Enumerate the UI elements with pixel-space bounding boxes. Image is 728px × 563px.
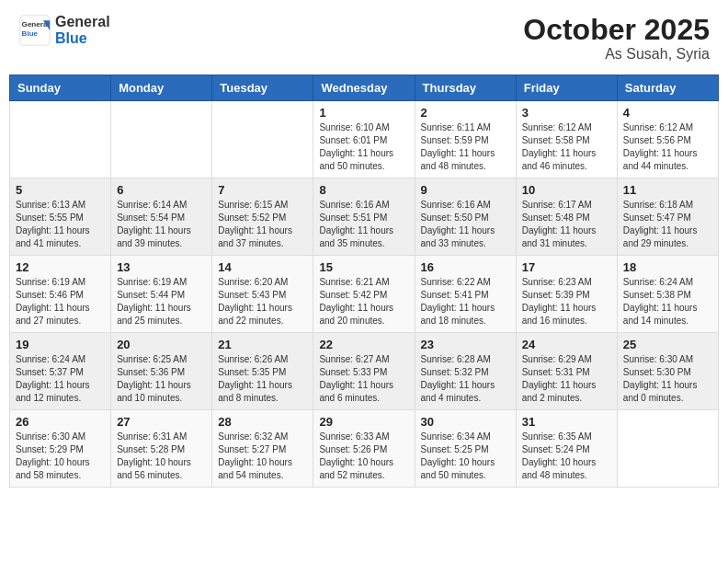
day-number: 7	[218, 183, 307, 197]
column-header-thursday: Thursday	[415, 75, 516, 101]
calendar-header-row: SundayMondayTuesdayWednesdayThursdayFrid…	[10, 75, 719, 101]
calendar-day-cell: 13Sunrise: 6:19 AM Sunset: 5:44 PM Dayli…	[111, 256, 212, 333]
day-info: Sunrise: 6:23 AM Sunset: 5:39 PM Dayligh…	[522, 276, 611, 327]
day-number: 6	[117, 183, 206, 197]
day-number: 22	[319, 338, 408, 351]
day-number: 28	[218, 415, 307, 429]
day-number: 16	[421, 260, 510, 274]
calendar-day-cell: 16Sunrise: 6:22 AM Sunset: 5:41 PM Dayli…	[415, 256, 516, 333]
day-info: Sunrise: 6:25 AM Sunset: 5:36 PM Dayligh…	[117, 353, 206, 405]
calendar-day-cell: 2Sunrise: 6:11 AM Sunset: 5:59 PM Daylig…	[415, 101, 516, 178]
day-number: 23	[421, 338, 510, 351]
calendar-day-cell: 10Sunrise: 6:17 AM Sunset: 5:48 PM Dayli…	[516, 178, 617, 256]
calendar-day-cell: 26Sunrise: 6:30 AM Sunset: 5:29 PM Dayli…	[10, 410, 111, 488]
calendar-day-cell: 24Sunrise: 6:29 AM Sunset: 5:31 PM Dayli…	[516, 333, 617, 410]
calendar-day-cell: 25Sunrise: 6:30 AM Sunset: 5:30 PM Dayli…	[617, 333, 718, 410]
day-number: 31	[522, 415, 611, 429]
calendar-day-cell: 9Sunrise: 6:16 AM Sunset: 5:50 PM Daylig…	[415, 178, 516, 256]
day-number: 18	[623, 260, 712, 274]
calendar-day-cell: 31Sunrise: 6:35 AM Sunset: 5:24 PM Dayli…	[516, 410, 617, 488]
day-number: 4	[623, 106, 712, 120]
day-info: Sunrise: 6:14 AM Sunset: 5:54 PM Dayligh…	[117, 199, 206, 250]
calendar-day-cell: 27Sunrise: 6:31 AM Sunset: 5:28 PM Dayli…	[111, 410, 212, 488]
calendar-week-row: 26Sunrise: 6:30 AM Sunset: 5:29 PM Dayli…	[10, 410, 719, 488]
calendar-day-cell: 22Sunrise: 6:27 AM Sunset: 5:33 PM Dayli…	[313, 333, 415, 410]
day-info: Sunrise: 6:16 AM Sunset: 5:51 PM Dayligh…	[319, 199, 408, 250]
day-info: Sunrise: 6:13 AM Sunset: 5:55 PM Dayligh…	[16, 199, 105, 250]
month-title: October 2025	[523, 14, 710, 46]
day-number: 27	[117, 415, 206, 429]
day-info: Sunrise: 6:12 AM Sunset: 5:56 PM Dayligh…	[623, 121, 712, 173]
calendar-day-cell: 6Sunrise: 6:14 AM Sunset: 5:54 PM Daylig…	[111, 178, 212, 256]
column-header-saturday: Saturday	[617, 75, 718, 101]
day-info: Sunrise: 6:11 AM Sunset: 5:59 PM Dayligh…	[421, 121, 510, 173]
column-header-friday: Friday	[516, 75, 617, 101]
day-number: 1	[319, 106, 408, 120]
day-number: 21	[218, 338, 307, 351]
calendar-day-cell: 20Sunrise: 6:25 AM Sunset: 5:36 PM Dayli…	[111, 333, 212, 410]
calendar-day-cell: 19Sunrise: 6:24 AM Sunset: 5:37 PM Dayli…	[10, 333, 111, 410]
calendar-day-cell: 17Sunrise: 6:23 AM Sunset: 5:39 PM Dayli…	[516, 256, 617, 333]
calendar-day-cell: 7Sunrise: 6:15 AM Sunset: 5:52 PM Daylig…	[212, 178, 313, 256]
day-info: Sunrise: 6:16 AM Sunset: 5:50 PM Dayligh…	[421, 199, 510, 250]
calendar-day-cell	[617, 410, 718, 488]
svg-text:Blue: Blue	[22, 29, 39, 38]
calendar-day-cell: 5Sunrise: 6:13 AM Sunset: 5:55 PM Daylig…	[10, 178, 111, 256]
logo: General Blue General Blue	[18, 14, 110, 47]
calendar-day-cell	[111, 101, 212, 178]
day-info: Sunrise: 6:22 AM Sunset: 5:41 PM Dayligh…	[421, 276, 510, 327]
location: As Susah, Syria	[523, 46, 710, 63]
day-info: Sunrise: 6:10 AM Sunset: 6:01 PM Dayligh…	[319, 121, 408, 173]
calendar-day-cell: 30Sunrise: 6:34 AM Sunset: 5:25 PM Dayli…	[415, 410, 516, 488]
day-info: Sunrise: 6:21 AM Sunset: 5:42 PM Dayligh…	[319, 276, 408, 327]
calendar-table: SundayMondayTuesdayWednesdayThursdayFrid…	[9, 75, 719, 488]
title-block: October 2025 As Susah, Syria	[523, 14, 710, 63]
calendar-day-cell: 28Sunrise: 6:32 AM Sunset: 5:27 PM Dayli…	[212, 410, 313, 488]
day-info: Sunrise: 6:17 AM Sunset: 5:48 PM Dayligh…	[522, 199, 611, 250]
day-number: 12	[16, 260, 105, 274]
day-number: 17	[522, 260, 611, 274]
column-header-sunday: Sunday	[10, 75, 111, 101]
day-info: Sunrise: 6:30 AM Sunset: 5:30 PM Dayligh…	[623, 353, 712, 405]
calendar-week-row: 12Sunrise: 6:19 AM Sunset: 5:46 PM Dayli…	[10, 256, 719, 333]
calendar-day-cell: 23Sunrise: 6:28 AM Sunset: 5:32 PM Dayli…	[415, 333, 516, 410]
day-info: Sunrise: 6:31 AM Sunset: 5:28 PM Dayligh…	[117, 431, 206, 482]
day-info: Sunrise: 6:34 AM Sunset: 5:25 PM Dayligh…	[421, 431, 510, 482]
day-info: Sunrise: 6:19 AM Sunset: 5:46 PM Dayligh…	[16, 276, 105, 327]
day-info: Sunrise: 6:24 AM Sunset: 5:37 PM Dayligh…	[16, 353, 105, 405]
day-info: Sunrise: 6:19 AM Sunset: 5:44 PM Dayligh…	[117, 276, 206, 327]
calendar-day-cell: 3Sunrise: 6:12 AM Sunset: 5:58 PM Daylig…	[516, 101, 617, 178]
day-info: Sunrise: 6:18 AM Sunset: 5:47 PM Dayligh…	[623, 199, 712, 250]
day-info: Sunrise: 6:20 AM Sunset: 5:43 PM Dayligh…	[218, 276, 307, 327]
day-info: Sunrise: 6:35 AM Sunset: 5:24 PM Dayligh…	[522, 431, 611, 482]
day-number: 10	[522, 183, 611, 197]
day-number: 25	[623, 338, 712, 351]
day-number: 26	[16, 415, 105, 429]
calendar-day-cell: 14Sunrise: 6:20 AM Sunset: 5:43 PM Dayli…	[212, 256, 313, 333]
logo-general-text: General	[55, 14, 110, 30]
day-number: 5	[16, 183, 105, 197]
day-info: Sunrise: 6:24 AM Sunset: 5:38 PM Dayligh…	[623, 276, 712, 327]
logo-icon: General Blue	[18, 14, 51, 47]
calendar-day-cell: 1Sunrise: 6:10 AM Sunset: 6:01 PM Daylig…	[313, 101, 415, 178]
column-header-monday: Monday	[111, 75, 212, 101]
day-info: Sunrise: 6:12 AM Sunset: 5:58 PM Dayligh…	[522, 121, 611, 173]
calendar-day-cell: 15Sunrise: 6:21 AM Sunset: 5:42 PM Dayli…	[313, 256, 415, 333]
day-number: 19	[16, 338, 105, 351]
day-number: 3	[522, 106, 611, 120]
day-number: 24	[522, 338, 611, 351]
calendar-week-row: 5Sunrise: 6:13 AM Sunset: 5:55 PM Daylig…	[10, 178, 719, 256]
calendar-day-cell: 29Sunrise: 6:33 AM Sunset: 5:26 PM Dayli…	[313, 410, 415, 488]
day-info: Sunrise: 6:32 AM Sunset: 5:27 PM Dayligh…	[218, 431, 307, 482]
day-number: 14	[218, 260, 307, 274]
calendar-day-cell: 18Sunrise: 6:24 AM Sunset: 5:38 PM Dayli…	[617, 256, 718, 333]
day-number: 11	[623, 183, 712, 197]
day-info: Sunrise: 6:33 AM Sunset: 5:26 PM Dayligh…	[319, 431, 408, 482]
calendar-day-cell: 12Sunrise: 6:19 AM Sunset: 5:46 PM Dayli…	[10, 256, 111, 333]
day-number: 2	[421, 106, 510, 120]
day-number: 8	[319, 183, 408, 197]
day-number: 9	[421, 183, 510, 197]
calendar-week-row: 19Sunrise: 6:24 AM Sunset: 5:37 PM Dayli…	[10, 333, 719, 410]
day-info: Sunrise: 6:29 AM Sunset: 5:31 PM Dayligh…	[522, 353, 611, 405]
calendar-week-row: 1Sunrise: 6:10 AM Sunset: 6:01 PM Daylig…	[10, 101, 719, 178]
